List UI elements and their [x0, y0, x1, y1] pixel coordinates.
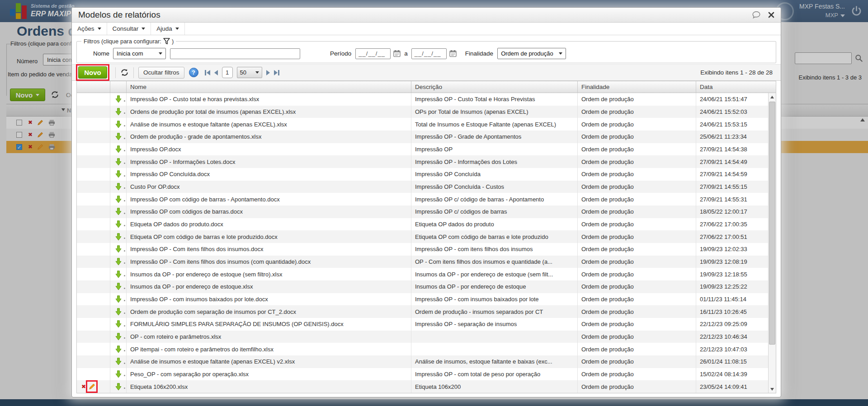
template-finalidade: Ordem de produção	[578, 106, 696, 118]
table-row[interactable]: Impressão OP - Com itens filhos dos insu…	[77, 256, 776, 268]
row-actions	[77, 256, 110, 268]
table-row[interactable]: Impressão OP - Com itens filhos dos insu…	[77, 243, 776, 256]
download-icon[interactable]	[115, 333, 122, 341]
header-data[interactable]: Data	[696, 81, 776, 93]
template-date: 25/06/21 11:23:34	[696, 131, 776, 143]
download-icon[interactable]	[115, 233, 122, 241]
header-nome[interactable]: Nome	[127, 81, 411, 93]
calendar-icon[interactable]	[393, 50, 401, 57]
table-row[interactable]: Análise de insumos e estoque faltante (a…	[77, 355, 776, 368]
download-icon[interactable]	[115, 196, 122, 203]
comment-bubble-icon[interactable]	[752, 11, 761, 19]
template-finalidade: Ordem de produção	[578, 268, 696, 280]
table-row[interactable]: FORMULÁRIO SIMPLES PARA SEPARAÇÃO DE INS…	[77, 318, 776, 331]
table-row[interactable]: Ordem de produção - grade de apontamento…	[77, 131, 776, 143]
table-row[interactable]: OP itempai - com roteiro e parâmetros do…	[77, 343, 776, 355]
header-download[interactable]	[110, 81, 127, 93]
calendar-icon[interactable]	[449, 50, 457, 57]
table-row[interactable]: Ordens de produção por total de insumos …	[77, 106, 776, 118]
template-description: Etiqueta OP dados do produto	[411, 218, 578, 231]
menu-consultar[interactable]: Consultar	[107, 23, 151, 35]
row-download	[110, 230, 127, 243]
edit-annotation-box	[88, 382, 96, 391]
first-page-icon[interactable]	[205, 70, 210, 75]
download-icon[interactable]	[115, 283, 122, 290]
download-icon[interactable]	[115, 383, 122, 391]
table-row[interactable]: Impressão OP - Custo total e horas previ…	[77, 93, 776, 106]
template-date: 19/09/23 12:25:22	[696, 280, 776, 293]
table-row[interactable]: Insumos da OP - por endereço de estoque …	[77, 268, 776, 280]
filters-legend[interactable]: Filtros (clique para configurar: )	[81, 38, 176, 45]
scroll-down-icon[interactable]	[769, 385, 776, 393]
download-icon[interactable]	[115, 345, 122, 353]
template-finalidade: Ordem de produção	[578, 193, 696, 205]
ocultar-filtros-button[interactable]: Ocultar filtros	[138, 67, 184, 79]
download-icon[interactable]	[115, 258, 122, 266]
template-finalidade: Ordem de produção	[578, 93, 696, 106]
table-row[interactable]: Impressão OP - Informações Lotes.docx Im…	[77, 155, 776, 168]
header-actions[interactable]	[77, 81, 110, 93]
current-page-box[interactable]: 1	[222, 67, 233, 78]
chevron-down-icon	[142, 28, 145, 30]
download-icon[interactable]	[115, 183, 122, 191]
download-icon[interactable]	[115, 108, 122, 116]
scroll-up-icon[interactable]	[769, 93, 776, 101]
menu-ajuda[interactable]: Ajuda	[151, 23, 185, 35]
next-page-icon[interactable]	[266, 70, 270, 75]
table-row[interactable]: Impressão OP com código de barras - Apon…	[77, 193, 776, 205]
filter-funnel-icon[interactable]	[163, 38, 170, 45]
table-row[interactable]: Impressão OP.docx Impressão OP Ordem de …	[77, 143, 776, 156]
download-icon[interactable]	[115, 295, 122, 303]
table-row[interactable]: Peso_OP - com separação por operação.xls…	[77, 368, 776, 381]
table-row[interactable]: Análise de insumos e estoque faltante (a…	[77, 118, 776, 131]
table-row[interactable]: Ordem de produção com separação de insum…	[77, 305, 776, 318]
download-icon[interactable]	[115, 220, 122, 228]
header-descricao[interactable]: Descrição	[411, 81, 578, 93]
finalidade-select[interactable]: Ordem de produção	[497, 48, 566, 59]
table-row[interactable]: OP - com roteiro e parâmetros.xlsx Ordem…	[77, 331, 776, 343]
periodo-from-input[interactable]: __/__/__	[355, 48, 391, 59]
download-icon[interactable]	[115, 158, 122, 166]
refresh-icon[interactable]	[120, 68, 129, 77]
table-row[interactable]: Impressão OP Concluída.docx Impressão OP…	[77, 168, 776, 181]
nome-filter-input[interactable]	[170, 48, 300, 59]
table-row[interactable]: Impressão OP - com insumos baixados por …	[77, 293, 776, 306]
chevron-down-icon	[255, 71, 259, 74]
download-icon[interactable]	[115, 320, 122, 328]
novo-button[interactable]: Novo	[78, 66, 107, 79]
last-page-icon[interactable]	[274, 70, 279, 75]
menu-acoes[interactable]: Ações	[72, 23, 107, 35]
page-size-select[interactable]: 50	[237, 67, 262, 78]
scrollbar-thumb[interactable]	[769, 102, 775, 345]
download-icon[interactable]	[115, 133, 122, 140]
download-icon[interactable]	[115, 95, 122, 103]
table-row[interactable]: Insumos da OP - por endereço de estoque.…	[77, 280, 776, 293]
close-icon[interactable]	[768, 12, 774, 18]
header-finalidade[interactable]: Finalidade	[578, 81, 696, 93]
edit-pencil-icon[interactable]	[89, 383, 95, 390]
marker-dot-icon	[124, 300, 125, 301]
template-name: FORMULÁRIO SIMPLES PARA SEPARAÇÃO DE INS…	[127, 318, 411, 331]
download-icon[interactable]	[115, 370, 122, 378]
help-icon[interactable]: ?	[189, 68, 198, 77]
delete-icon[interactable]: ✖	[81, 383, 86, 390]
table-row[interactable]: Etiqueta OP dados do produto.docx Etique…	[77, 218, 776, 231]
prev-page-icon[interactable]	[214, 70, 218, 75]
download-icon[interactable]	[115, 145, 122, 153]
table-row[interactable]: Etiqueta OP com código de barras e lote …	[77, 230, 776, 243]
table-row[interactable]: Impressão OP com códigos de barras.docx …	[77, 205, 776, 218]
download-icon[interactable]	[115, 245, 122, 253]
download-icon[interactable]	[115, 121, 122, 128]
vertical-scrollbar[interactable]	[768, 93, 776, 393]
download-icon[interactable]	[115, 358, 122, 365]
download-icon[interactable]	[115, 271, 122, 278]
table-row[interactable]: Custo Por OP.docx Impressão OP Concluída…	[77, 181, 776, 193]
download-icon[interactable]	[115, 208, 122, 215]
dialog-titlebar[interactable]: Modelos de relatórios	[72, 8, 781, 23]
table-row[interactable]: ✖ Etiqueta 106x200.xlsx Etiqueta 106x200…	[77, 380, 776, 393]
nome-operator-select[interactable]: Inicia com	[113, 48, 166, 59]
download-icon[interactable]	[115, 170, 122, 178]
template-name: Custo Por OP.docx	[127, 181, 411, 193]
periodo-to-input[interactable]: __/__/__	[411, 48, 447, 59]
download-icon[interactable]	[115, 308, 122, 316]
